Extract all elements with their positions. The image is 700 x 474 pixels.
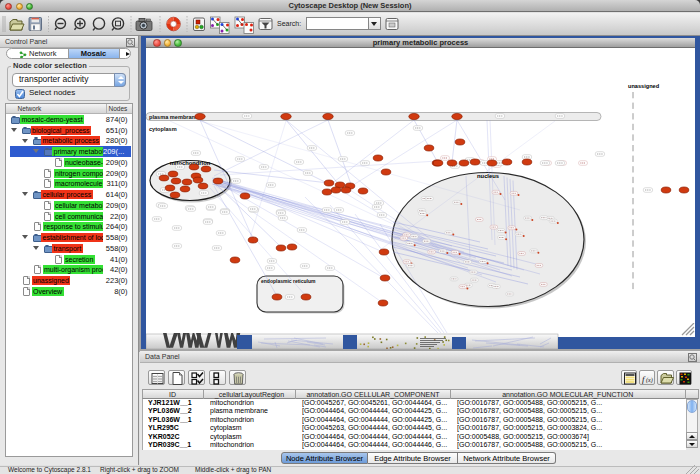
svg-text:nucleus: nucleus: [477, 173, 499, 179]
svg-text:endoplasmic reticulum: endoplasmic reticulum: [261, 278, 316, 284]
svg-text:cytoplasm: cytoplasm: [149, 126, 177, 132]
svg-text:plasma membrane: plasma membrane: [149, 114, 198, 120]
svg-text:(x): (x): [646, 377, 653, 384]
svg-text:unassigned: unassigned: [628, 83, 660, 89]
